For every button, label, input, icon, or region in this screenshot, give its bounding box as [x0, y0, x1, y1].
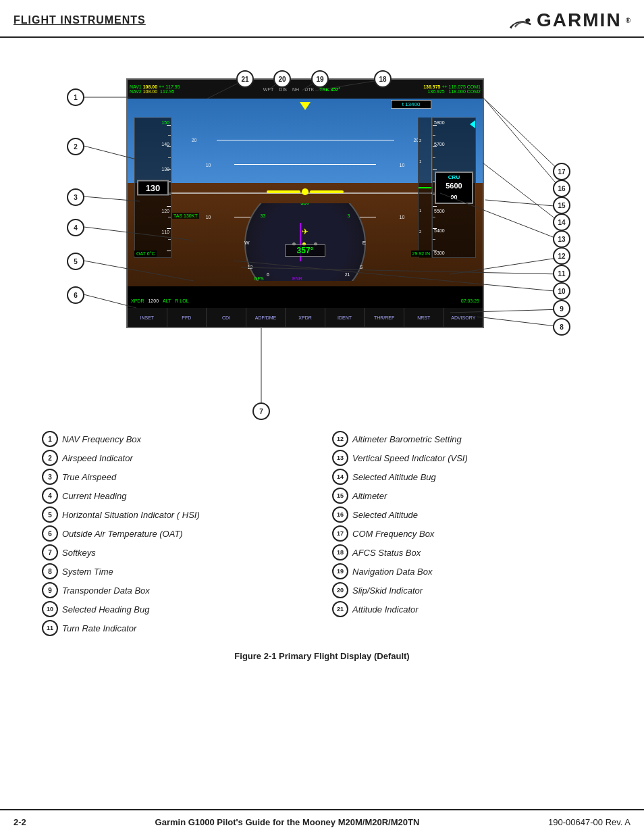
legend-text-8: System Time	[62, 567, 113, 577]
legend-circle-18: 18	[332, 544, 348, 561]
legend-text-12: Altimeter Barometric Setting	[352, 434, 462, 444]
legend-circle-20: 20	[332, 582, 348, 598]
oat-display: OAT 6°C	[134, 251, 157, 257]
callout-10: 10	[553, 282, 570, 300]
vsi-indicator: 2 1 1 2	[418, 118, 431, 258]
legend-circle-8: 8	[42, 563, 58, 579]
svg-line-14	[483, 163, 562, 224]
softkey-advisory[interactable]: ADVISORY	[444, 308, 483, 327]
diagram-area: NAV1 108.00 ++ 117.95 NAV2 108.00 117.95…	[18, 45, 626, 423]
softkey-adf-dme[interactable]: ADF/DME	[246, 308, 286, 327]
callout-17: 17	[553, 163, 570, 180]
legend-item-20: 20 Slip/Skid Indicator	[332, 581, 602, 600]
legend-circle-14: 14	[332, 469, 348, 485]
nav-data-bar: NAV1 108.00 ++ 117.95 NAV2 108.00 117.95…	[128, 80, 483, 99]
legend-item-16: 16 Selected Altitude	[332, 505, 602, 524]
legend-right-column: 12 Altimeter Barometric Setting 13 Verti…	[332, 429, 602, 637]
legend-circle-16: 16	[332, 506, 348, 523]
footer-document-title: Garmin G1000 Pilot's Guide for the Moone…	[155, 817, 420, 827]
legend-text-20: Slip/Skid Indicator	[352, 585, 423, 596]
legend-section: 1 NAV Frequency Box 2 Airspeed Indicator…	[28, 429, 616, 637]
com-box: 136.975 ++ 118.075 COM1 136.975 118.000 …	[423, 84, 481, 94]
legend-text-10: Selected Heading Bug	[62, 604, 149, 615]
softkey-thr-ref[interactable]: THR/REF	[365, 308, 404, 327]
transponder-label: XPDR	[131, 298, 144, 303]
heading-display: 357°	[285, 244, 325, 257]
selected-altitude-box: t 13400	[391, 100, 431, 109]
callout-15: 15	[553, 197, 570, 214]
legend-circle-5: 5	[42, 506, 58, 523]
legend-text-5: Horizontal Situation Indicator ( HSI)	[62, 510, 200, 520]
legend-circle-4: 4	[42, 488, 58, 504]
softkey-pfd[interactable]: PFD	[167, 308, 207, 327]
callout-19: 19	[311, 70, 329, 88]
attitude-wings	[267, 188, 344, 195]
legend-item-4: 4 Current Heading	[42, 486, 312, 505]
softkey-inset[interactable]: INSET	[128, 308, 167, 327]
legend-text-16: Selected Altitude	[352, 510, 418, 520]
legend-text-2: Airspeed Indicator	[62, 453, 133, 463]
legend-circle-6: 6	[42, 525, 58, 542]
nh-label: NH	[292, 87, 299, 92]
garmin-logo-text: GARMIN	[537, 9, 622, 31]
legend-circle-9: 9	[42, 582, 58, 598]
legend-text-11: Turn Rate Indicator	[62, 623, 136, 633]
legend-text-14: Selected Altitude Bug	[352, 472, 436, 482]
legend-item-2: 2 Airspeed Indicator	[42, 448, 312, 467]
callout-11: 11	[553, 265, 570, 282]
legend-item-6: 6 Outside Air Temperature (OAT)	[42, 524, 312, 543]
page-title: FLIGHT INSTRUMENTS	[14, 14, 146, 26]
softkey-ident[interactable]: IDENT	[325, 308, 365, 327]
callout-13: 13	[553, 230, 570, 248]
trk-value: TRK 357°	[319, 87, 340, 92]
callout-1: 1	[67, 88, 84, 106]
callout-2: 2	[67, 138, 84, 155]
callout-6: 6	[67, 286, 84, 304]
callout-7: 7	[252, 402, 270, 420]
legend-circle-17: 17	[332, 525, 348, 542]
garmin-wing-icon	[508, 10, 533, 30]
legend-item-18: 18 AFCS Status Box	[332, 543, 602, 562]
softkeys-bar: INSET PFD CDI ADF/DME XPDR IDENT THR/REF…	[128, 308, 483, 327]
footer-page-number: 2-2	[14, 817, 26, 827]
airspeed-tape: 150 140 130 130 120 110	[134, 118, 171, 258]
legend-text-7: Softkeys	[62, 548, 96, 558]
legend-circle-11: 11	[42, 620, 58, 636]
callout-3: 3	[67, 188, 84, 206]
legend-text-3: True Airspeed	[62, 472, 116, 482]
legend-item-11: 11 Turn Rate Indicator	[42, 619, 312, 637]
bank-indicator	[300, 102, 311, 110]
pfd-display: NAV1 108.00 ++ 117.95 NAV2 108.00 117.95…	[126, 78, 484, 328]
callout-16: 16	[553, 180, 570, 197]
legend-item-3: 3 True Airspeed	[42, 467, 312, 486]
softkey-xpdr[interactable]: XPDR	[286, 308, 325, 327]
page-header: FLIGHT INSTRUMENTS GARMIN ®	[0, 0, 644, 38]
legend-circle-2: 2	[42, 450, 58, 466]
legend-circle-13: 13	[332, 450, 348, 466]
bottom-status-bar: XPDR 1200 ALT R LOL 07:03:29	[128, 293, 483, 308]
footer-part-number: 190-00647-00 Rev. A	[548, 817, 630, 827]
legend-item-7: 7 Softkeys	[42, 543, 312, 562]
legend-text-6: Outside Air Temperature (OAT)	[62, 529, 183, 539]
callout-12: 12	[553, 247, 570, 265]
legend-text-9: Transponder Data Box	[62, 585, 150, 596]
legend-item-8: 8 System Time	[42, 562, 312, 581]
legend-circle-21: 21	[332, 601, 348, 617]
legend-item-10: 10 Selected Heading Bug	[42, 600, 312, 619]
softkey-nrst[interactable]: NRST	[404, 308, 444, 327]
aircraft-symbol: ✈	[302, 227, 308, 236]
softkey-cdi[interactable]: CDI	[207, 308, 246, 327]
legend-text-15: Altimeter	[352, 491, 387, 501]
svg-line-8	[477, 317, 562, 327]
dtk-label: DTK	[304, 87, 314, 92]
callout-21: 21	[236, 70, 254, 88]
callout-18: 18	[374, 70, 392, 88]
legend-item-19: 19 Navigation Data Box	[332, 562, 602, 581]
legend-text-17: COM Frequency Box	[352, 529, 434, 539]
legend-circle-15: 15	[332, 488, 348, 504]
legend-circle-10: 10	[42, 601, 58, 617]
registered-mark: ®	[626, 17, 630, 24]
legend-text-18: AFCS Status Box	[352, 548, 421, 558]
legend-circle-7: 7	[42, 544, 58, 561]
r-lol-label: R LOL	[175, 298, 188, 303]
